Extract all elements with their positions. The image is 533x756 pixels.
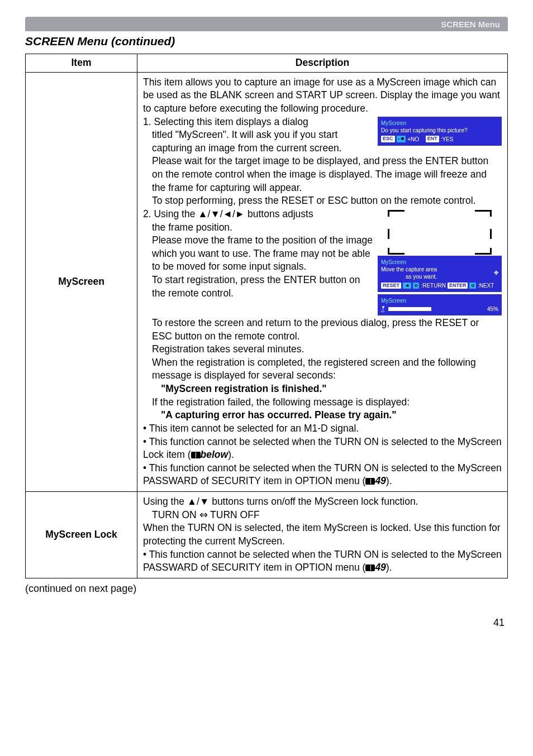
dlg2-line2: as you want. (381, 273, 437, 280)
myscreen-b3c: ). (386, 475, 392, 486)
myscreen-s2d: To start registration, press the ENTER b… (152, 274, 360, 299)
crop-frame-graphic: MyScreen Move the capture area as you wa… (378, 210, 502, 315)
dlg1-ent: ENT (426, 136, 439, 142)
dlg3-percent: 45% (487, 305, 498, 313)
dlg1-yes: :YES (441, 136, 454, 143)
key-icon-2: ◄ (403, 283, 411, 289)
dialog-progress: MyScreen ▼ △ 45% (378, 294, 502, 315)
triangle-up-icon: △ (381, 309, 386, 312)
main-table: Item Description MyScreen This item allo… (25, 54, 508, 578)
dlg1-no: +NO (407, 136, 419, 143)
dlg1-esc: ESC (381, 136, 395, 142)
lock-b1c: ). (386, 562, 392, 573)
myscreen-s2f: Registration takes several minutes. (152, 343, 304, 355)
myscreen-b3a: • This function cannot be selected when … (143, 462, 502, 487)
myscreen-s2a: 2. Using the ▲/▼/◄/► buttons adjusts (143, 208, 313, 219)
arrows-4way-icon: ✥ (494, 269, 498, 276)
book-icon-2 (365, 478, 375, 485)
myscreen-s1c: Please wait for the target image to be d… (152, 155, 488, 193)
crop-corner-br (475, 248, 492, 255)
myscreen-p1: This item allows you to capture an image… (143, 76, 500, 114)
continued-note: (continued on next page) (25, 583, 508, 595)
lock-b1b: 49 (375, 562, 386, 573)
dlg2-title: MyScreen (381, 259, 498, 266)
row-myscreen: MyScreen This item allows you to capture… (26, 72, 508, 491)
key-icon-3: o (413, 283, 420, 289)
book-icon (191, 452, 201, 458)
row-myscreen-lock: MyScreen Lock Using the ▲/▼ buttons turn… (26, 492, 508, 578)
myscreen-msg2: "A capturing error has occurred. Please … (161, 409, 397, 420)
item-myscreen: MyScreen (26, 72, 137, 491)
progress-bar (388, 307, 485, 312)
lock-p2: When the TURN ON is selected, the item M… (143, 522, 501, 547)
myscreen-s2b: the frame position. (152, 222, 232, 233)
crop-mid-r (490, 229, 492, 239)
item-myscreen-lock: MyScreen Lock (26, 492, 137, 578)
dlg2-line1: Move the capture area (381, 266, 437, 273)
dlg2-next: :NEXT (478, 282, 494, 289)
dlg1-body: Do you start capturing this picture? (381, 127, 498, 134)
desc-myscreen-lock: Using the ▲/▼ buttons turns on/off the M… (137, 492, 508, 578)
page-number: 41 (25, 617, 508, 629)
myscreen-s1b: titled "MyScreen". It will ask you if yo… (152, 129, 341, 154)
myscreen-s2g: When the registration is completed, the … (152, 357, 476, 381)
lock-b1a: • This function cannot be selected when … (143, 549, 502, 573)
myscreen-s1d: To stop performing, press the RESET or E… (152, 195, 475, 206)
dialog-capture-confirm: MyScreen Do you start capturing this pic… (378, 117, 502, 146)
col-header-item: Item (26, 54, 137, 73)
dlg2-return: :RETURN (421, 282, 445, 289)
myscreen-s1a: 1. Selecting this item displays a dialog (143, 116, 308, 127)
header-bar: SCREEN Menu (25, 17, 508, 31)
header-bar-label: SCREEN Menu (441, 20, 500, 29)
crop-corner-bl (388, 248, 404, 255)
desc-myscreen: This item allows you to capture an image… (137, 72, 508, 491)
section-title: SCREEN Menu (continued) (25, 35, 508, 48)
dlg3-title: MyScreen (381, 297, 498, 304)
lock-p1: Using the ▲/▼ buttons turns on/off the M… (143, 496, 418, 507)
dlg2-enter: ENTER (448, 283, 468, 289)
myscreen-b3b: 49 (375, 475, 386, 486)
myscreen-msg1: "MyScreen registration is finished." (161, 383, 327, 394)
dlg1-title: MyScreen (381, 119, 498, 127)
key-icon: ⌐■ (397, 136, 406, 142)
myscreen-b2b: below (201, 449, 229, 460)
myscreen-s2c: Please move the frame to the position of… (152, 235, 373, 272)
crop-mid-l (388, 229, 389, 239)
myscreen-b1: • This item cannot be selected for an M1… (143, 423, 359, 434)
myscreen-s2e: To restore the screen and return to the … (152, 317, 479, 342)
myscreen-s2h: If the registration failed, the followin… (152, 396, 410, 408)
dialog-move-area: MyScreen Move the capture area as you wa… (378, 256, 502, 292)
key-icon-4: o (469, 283, 476, 289)
lock-toggle: TURN ON ⇔ TURN OFF (152, 509, 260, 520)
crop-corner-tr (475, 210, 492, 217)
book-icon-3 (365, 564, 375, 571)
col-header-description: Description (137, 54, 508, 73)
myscreen-b2c: ). (228, 449, 234, 460)
dlg2-reset: RESET (381, 283, 401, 289)
crop-corner-tl (388, 210, 404, 217)
progress-fill (388, 307, 431, 311)
